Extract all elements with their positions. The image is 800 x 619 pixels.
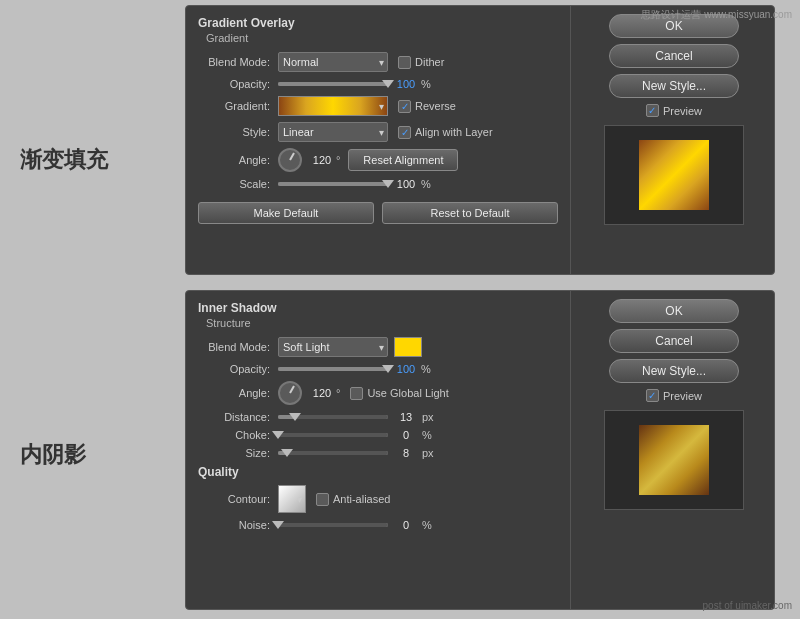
shadow-blend-mode-select-wrapper[interactable]: Soft Light <box>278 337 388 357</box>
choke-label: Choke: <box>198 429 270 441</box>
use-global-light-checkbox[interactable] <box>350 387 363 400</box>
inner-shadow-title: Inner Shadow <box>198 301 558 315</box>
gradient-preview[interactable] <box>278 96 388 116</box>
opacity-slider-container: 100 % <box>278 78 558 90</box>
blend-mode-select[interactable]: Normal <box>278 52 388 72</box>
noise-slider[interactable] <box>278 523 388 527</box>
preview-label-row-top: Preview <box>646 104 702 117</box>
choke-unit: % <box>422 429 432 441</box>
opacity-value[interactable]: 100 <box>392 78 420 90</box>
inner-shadow-right: OK Cancel New Style... Preview <box>574 291 774 609</box>
gradient-label: Gradient: <box>198 100 270 112</box>
preview-area-top <box>604 125 744 225</box>
gradient-overlay-title: Gradient Overlay <box>198 16 558 30</box>
choke-slider-container: 0 % <box>278 429 558 441</box>
gradient-preview-wrapper[interactable] <box>278 96 388 116</box>
preview-label-bottom: Preview <box>663 390 702 402</box>
inner-shadow-subtitle: Structure <box>206 317 558 329</box>
watermark-bottom: post of uimaker.com <box>703 600 792 611</box>
opacity-label: Opacity: <box>198 78 270 90</box>
noise-label: Noise: <box>198 519 270 531</box>
dither-label: Dither <box>415 56 444 68</box>
shadow-angle-input[interactable]: 120 <box>308 387 336 399</box>
anti-aliased-checkbox[interactable] <box>316 493 329 506</box>
ok-button-bottom[interactable]: OK <box>609 299 739 323</box>
shadow-blend-mode-select[interactable]: Soft Light <box>278 337 388 357</box>
shadow-opacity-row: Opacity: 100 % <box>198 363 558 375</box>
preview-label-top: Preview <box>663 105 702 117</box>
chinese-label-gradient: 渐变填充 <box>20 145 108 175</box>
shadow-opacity-value[interactable]: 100 <box>392 363 420 375</box>
contour-box[interactable] <box>278 485 306 513</box>
dither-checkbox[interactable] <box>398 56 411 69</box>
shadow-opacity-percent: % <box>421 363 431 375</box>
scale-row: Scale: 100 % <box>198 178 558 190</box>
shadow-angle-dial[interactable] <box>278 381 302 405</box>
style-select-wrapper[interactable]: Linear <box>278 122 388 142</box>
contour-row: Contour: Anti-aliased <box>198 485 558 513</box>
shadow-angle-label: Angle: <box>198 387 270 399</box>
preview-label-row-bottom: Preview <box>646 389 702 402</box>
angle-dial[interactable] <box>278 148 302 172</box>
style-row: Style: Linear Align with Layer <box>198 122 558 142</box>
make-default-button[interactable]: Make Default <box>198 202 374 224</box>
angle-input[interactable]: 120 <box>308 154 336 166</box>
choke-row: Choke: 0 % <box>198 429 558 441</box>
noise-slider-container: 0 % <box>278 519 558 531</box>
preview-box-bottom <box>639 425 709 495</box>
reset-alignment-button[interactable]: Reset Alignment <box>348 149 458 171</box>
opacity-slider[interactable] <box>278 82 388 86</box>
size-label: Size: <box>198 447 270 459</box>
size-unit: px <box>422 447 434 459</box>
reverse-label: Reverse <box>415 100 456 112</box>
distance-row: Distance: 13 px <box>198 411 558 423</box>
size-slider[interactable] <box>278 451 388 455</box>
distance-value[interactable]: 13 <box>392 411 420 423</box>
scale-value[interactable]: 100 <box>392 178 420 190</box>
watermark-top: 思路设计运营 www.missyuan.com <box>641 8 792 22</box>
distance-slider[interactable] <box>278 415 388 419</box>
quality-title: Quality <box>198 465 558 479</box>
shadow-opacity-label: Opacity: <box>198 363 270 375</box>
shadow-color-swatch[interactable] <box>394 337 422 357</box>
gradient-overlay-subtitle: Gradient <box>206 32 558 44</box>
size-value[interactable]: 8 <box>392 447 420 459</box>
noise-row: Noise: 0 % <box>198 519 558 531</box>
scale-slider[interactable] <box>278 182 388 186</box>
style-select[interactable]: Linear <box>278 122 388 142</box>
preview-area-bottom <box>604 410 744 510</box>
opacity-percent: % <box>421 78 431 90</box>
blend-mode-row: Blend Mode: Normal Dither <box>198 52 558 72</box>
gradient-row: Gradient: Reverse <box>198 96 558 116</box>
distance-slider-container: 13 px <box>278 411 558 423</box>
new-style-button-top[interactable]: New Style... <box>609 74 739 98</box>
style-label: Style: <box>198 126 270 138</box>
angle-row: Angle: 120 ° Reset Alignment <box>198 148 558 172</box>
degree-sign: ° <box>336 154 340 166</box>
size-slider-container: 8 px <box>278 447 558 459</box>
noise-value[interactable]: 0 <box>392 519 420 531</box>
contour-preview-wrapper[interactable] <box>278 485 306 513</box>
contour-label: Contour: <box>198 493 270 505</box>
bottom-buttons: Make Default Reset to Default <box>198 202 558 224</box>
blend-mode-select-wrapper[interactable]: Normal <box>278 52 388 72</box>
align-layer-checkbox[interactable] <box>398 126 411 139</box>
new-style-button-bottom[interactable]: New Style... <box>609 359 739 383</box>
cancel-button-top[interactable]: Cancel <box>609 44 739 68</box>
preview-box-top <box>639 140 709 210</box>
scale-percent: % <box>421 178 431 190</box>
distance-label: Distance: <box>198 411 270 423</box>
noise-unit: % <box>422 519 432 531</box>
shadow-opacity-slider[interactable] <box>278 367 388 371</box>
shadow-degree-sign: ° <box>336 387 340 399</box>
reverse-checkbox[interactable] <box>398 100 411 113</box>
choke-value[interactable]: 0 <box>392 429 420 441</box>
choke-slider[interactable] <box>278 433 388 437</box>
preview-checkbox-bottom[interactable] <box>646 389 659 402</box>
distance-unit: px <box>422 411 434 423</box>
preview-checkbox-top[interactable] <box>646 104 659 117</box>
reset-to-default-button[interactable]: Reset to Default <box>382 202 558 224</box>
cancel-button-bottom[interactable]: Cancel <box>609 329 739 353</box>
scale-label: Scale: <box>198 178 270 190</box>
gradient-overlay-main: Gradient Overlay Gradient Blend Mode: No… <box>186 6 571 274</box>
